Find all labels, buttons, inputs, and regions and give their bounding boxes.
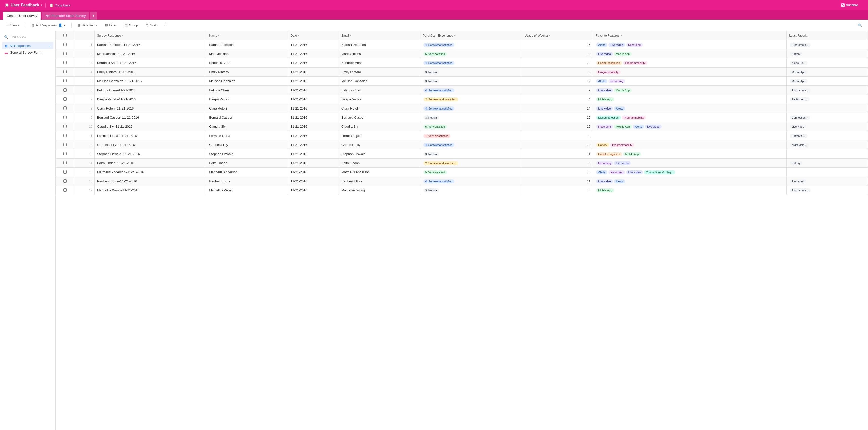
search-button[interactable]: 🔍 [856,22,864,28]
cell-usage[interactable]: 3 [522,186,593,195]
cell-survey-response[interactable]: Claudia Siv–11-21-2016 [94,122,206,131]
row-checkbox[interactable] [56,77,74,86]
cell-fav-features[interactable]: Live videoMobile App [593,86,786,95]
cell-fav-features[interactable]: AlertsLive videoRecording [593,40,786,49]
cell-survey-response[interactable]: Bernard Casper–11-21-2016 [94,113,206,122]
cell-name[interactable]: Clara Rotelli [207,104,288,113]
cell-date[interactable]: 11-21-2016 [288,68,339,77]
cell-least-fav[interactable] [786,168,868,177]
cell-date[interactable]: 11-21-2016 [288,159,339,168]
table-row[interactable]: 14Edith Lindon–11-21-2016Edith Lindon11-… [56,159,868,168]
cell-usage[interactable]: 16 [522,168,593,177]
cell-email[interactable]: Mattheus Anderson [339,168,420,177]
sort-button[interactable]: ⇅ Sort [144,22,158,28]
cell-date[interactable]: 11-21-2016 [288,95,339,104]
cell-fav-features[interactable]: Motion detectionProgrammability [593,113,786,122]
cell-date[interactable]: 11-21-2016 [288,49,339,59]
cell-experience[interactable]: 2. Somewhat dissatisfied [420,159,522,168]
cell-email[interactable]: Claudia Siv [339,122,420,131]
cell-fav-features[interactable]: Facial recognitionProgrammability [593,59,786,68]
cell-experience[interactable]: 4. Somewhat satisfied [420,86,522,95]
table-row[interactable]: 9Bernard Casper–11-21-2016Bernard Casper… [56,113,868,122]
cell-least-fav[interactable]: Alerts Re... [786,59,868,68]
cell-least-fav[interactable]: Mobile App [786,77,868,86]
cell-usage[interactable]: 23 [522,140,593,150]
col-header-name[interactable]: Name ▾ [207,31,288,40]
cell-survey-response[interactable]: Belinda Chen–11-21-2016 [94,86,206,95]
cell-date[interactable]: 11-21-2016 [288,113,339,122]
cell-survey-response[interactable]: Katrina Peterson–11-21-2016 [94,40,206,49]
cell-email[interactable]: Gabriella Lily [339,140,420,150]
row-checkbox[interactable] [56,95,74,104]
cell-date[interactable]: 11-21-2016 [288,40,339,49]
cell-least-fav[interactable]: Night visio... [786,140,868,150]
cell-experience[interactable]: 4. Somewhat satisfied [420,40,522,49]
cell-date[interactable]: 11-21-2016 [288,131,339,140]
cell-name[interactable]: Gabriella Lily [207,140,288,150]
filter-button[interactable]: ⊟ Filter [103,22,118,28]
table-row[interactable]: 2Marc Jenkins–11-21-2016Marc Jenkins11-2… [56,49,868,59]
table-row[interactable]: 13Stephan Oswald–11-21-2016Stephan Oswal… [56,150,868,159]
cell-fav-features[interactable]: RecordingLive video [593,159,786,168]
col-header-least-fav[interactable]: Least Favori... [786,31,868,40]
row-checkbox[interactable] [56,159,74,168]
cell-date[interactable]: 11-21-2016 [288,186,339,195]
cell-email[interactable]: Bernard Casper [339,113,420,122]
cell-fav-features[interactable]: Mobile App [593,95,786,104]
col-header-survey-response[interactable]: Survey Response ▾ [94,31,206,40]
cell-survey-response[interactable]: Kendrick Anar–11-21-2016 [94,59,206,68]
cell-name[interactable]: Marc Jenkins [207,49,288,59]
cell-experience[interactable]: 5. Very satisfied [420,122,522,131]
copy-base-button[interactable]: 📋 Copy base [49,3,70,7]
cell-least-fav[interactable]: Programma... [786,86,868,95]
table-row[interactable]: 5Melissa Gonzalez–11-21-2016Melissa Gonz… [56,77,868,86]
cell-date[interactable]: 11-21-2016 [288,140,339,150]
cell-name[interactable]: Claudia Siv [207,122,288,131]
cell-name[interactable]: Lorraine Ljuba [207,131,288,140]
col-header-fav-features[interactable]: Favorite Features ▾ [593,31,786,40]
cell-experience[interactable]: 4. Somewhat satisfied [420,59,522,68]
table-row[interactable]: 17Marcellus Wong–11-21-2016Marcellus Won… [56,186,868,195]
row-checkbox[interactable] [56,150,74,159]
cell-survey-response[interactable]: Melissa Gonzalez–11-21-2016 [94,77,206,86]
cell-usage[interactable]: 4 [522,95,593,104]
cell-experience[interactable]: 5. Very satisfied [420,49,522,59]
cell-experience[interactable]: 3. Neutral [420,77,522,86]
cell-experience[interactable]: 4. Somewhat satisfied [420,104,522,113]
cell-fav-features[interactable]: BatteryProgrammability [593,140,786,150]
row-checkbox[interactable] [56,122,74,131]
sidebar-item-general-form[interactable]: ▬ General Survey Form [2,49,53,56]
table-row[interactable]: 1Katrina Peterson–11-21-2016Katrina Pete… [56,40,868,49]
group-button[interactable]: ▤ Group [122,22,140,28]
find-view-search[interactable]: 🔍 Find a view [2,34,53,40]
table-row[interactable]: 7Deepa Vartak–11-21-2016Deepa Vartak11-2… [56,95,868,104]
row-checkbox[interactable] [56,86,74,95]
cell-usage[interactable]: 13 [522,49,593,59]
cell-experience[interactable]: 1. Very dissatisfied [420,131,522,140]
cell-survey-response[interactable]: Emily Rintaro–11-21-2016 [94,68,206,77]
cell-survey-response[interactable]: Edith Lindon–11-21-2016 [94,159,206,168]
cell-email[interactable]: Deepa Vartak [339,95,420,104]
cell-email[interactable]: Stephan Oswald [339,150,420,159]
row-checkbox[interactable] [56,40,74,49]
col-header-date[interactable]: Date ▾ [288,31,339,40]
table-row[interactable]: 8Clara Rotelli–11-21-2016Clara Rotelli11… [56,104,868,113]
cell-fav-features[interactable]: Programmability [593,68,786,77]
table-row[interactable]: 15Mattheus Anderson–11-21-2016Mattheus A… [56,168,868,177]
row-height-button[interactable]: ☰ [162,22,169,28]
cell-email[interactable]: Reuben Ettore [339,177,420,186]
tab-nps-survey[interactable]: Net Promoter Score Survey [42,12,89,20]
cell-survey-response[interactable]: Marcellus Wong–11-21-2016 [94,186,206,195]
table-area[interactable]: Survey Response ▾ Name ▾ Date ▾ [56,31,868,430]
cell-name[interactable]: Reuben Ettore [207,177,288,186]
cell-usage[interactable]: 14 [522,104,593,113]
cell-name[interactable]: Edith Lindon [207,159,288,168]
row-checkbox[interactable] [56,59,74,68]
cell-email[interactable]: Edith Lindon [339,159,420,168]
cell-least-fav[interactable]: Programma... [786,40,868,49]
cell-least-fav[interactable]: Battery C... [786,131,868,140]
cell-least-fav[interactable]: Facial reco... [786,95,868,104]
cell-date[interactable]: 11-21-2016 [288,177,339,186]
cell-fav-features[interactable]: Live videoAlerts [593,104,786,113]
cell-least-fav[interactable]: Programma... [786,186,868,195]
